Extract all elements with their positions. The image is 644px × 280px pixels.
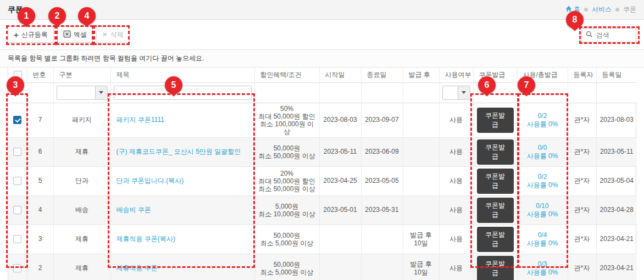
search-input[interactable]	[596, 31, 632, 39]
col-header-registered[interactable]: 등록일	[596, 68, 637, 82]
cell-after-issue: 발급 후 10일	[403, 254, 439, 280]
col-header-issue[interactable]: 쿠폰발급	[473, 68, 517, 82]
cell-issue: 쿠폰발급	[473, 166, 517, 195]
cell-registrant: 관*자	[568, 254, 596, 280]
filter-empty-cell	[319, 82, 361, 103]
col-header-benefit[interactable]: 할인혜택/조건	[254, 68, 319, 82]
delete-button[interactable]: ✕ 삭제	[96, 26, 130, 43]
cell-number: 4	[27, 195, 53, 225]
cell-status: 사용	[439, 137, 473, 166]
filter-empty-cell	[473, 82, 517, 103]
usage-ratio: 0/4	[521, 231, 564, 239]
issue-coupon-button[interactable]: 쿠폰발급	[477, 227, 514, 252]
cell-start-date	[319, 225, 361, 254]
table-row: 3 제휴 제휴적용 쿠폰(복사) 50,000원최소 5,000원 이상 발급 …	[8, 225, 637, 254]
row-checkbox-cell	[8, 225, 27, 254]
row-checkbox[interactable]	[13, 177, 21, 185]
title-filter-input[interactable]	[114, 86, 252, 100]
usage-rate: 사용률 0%	[521, 268, 564, 277]
filter-empty-cell	[27, 82, 53, 103]
excel-export-button[interactable]: 엑셀	[57, 26, 93, 43]
usage-rate: 사용률 0%	[521, 120, 564, 128]
coupon-title-link[interactable]: 패키지 쿠폰1111	[116, 116, 164, 124]
table-row: 5 단과 단과 쿠폰입니다.(복사) 20%최대 50,000원 할인최소 50…	[8, 166, 637, 195]
cell-issue: 쿠폰발급	[473, 254, 517, 280]
row-checkbox-cell	[8, 137, 27, 166]
col-header-number[interactable]: 번호	[27, 68, 53, 82]
row-checkbox[interactable]	[13, 206, 21, 214]
issue-coupon-button[interactable]: 쿠폰발급	[477, 139, 514, 165]
usage-rate: 사용률 0%	[521, 239, 564, 248]
col-header-usage[interactable]: 사용/총발급	[517, 68, 568, 82]
usage-ratio: 0/10	[521, 202, 564, 210]
issue-coupon-button[interactable]: 쿠폰발급	[477, 198, 514, 223]
table-row: 4 배송 배송비 쿠폰 5,000원최소 10,000원 이상 2023-05-…	[8, 195, 637, 225]
cell-usage: 0/0사용률 0%	[517, 137, 568, 166]
cell-status: 사용	[439, 195, 473, 225]
col-header-registrant[interactable]: 등록자	[568, 68, 596, 82]
row-checkbox[interactable]	[13, 264, 21, 272]
col-header-start-date[interactable]: 시작일	[319, 68, 361, 82]
cell-category: 패키지	[53, 103, 110, 137]
status-filter-dropdown[interactable]	[442, 86, 470, 100]
cell-number: 7	[27, 103, 53, 137]
col-header-end-date[interactable]: 종료일	[361, 68, 403, 82]
coupon-title-link[interactable]: 단과 쿠폰입니다.(복사)	[116, 177, 184, 184]
issue-coupon-button[interactable]: 쿠폰발급	[477, 256, 514, 280]
coupon-title-link[interactable]: 배송비 쿠폰	[116, 206, 151, 214]
coupon-title-link[interactable]: (구) 제휴코드쿠폰_ 오산시 5만원 일괄할인	[116, 148, 241, 155]
usage-rate: 사용률 0%	[521, 181, 564, 189]
usage-rate: 사용률 0%	[521, 210, 564, 219]
breadcrumb-home-label: 홈	[574, 5, 580, 14]
coupon-title-link[interactable]: 제휴적용 쿠폰(복사)	[116, 235, 175, 243]
row-checkbox[interactable]	[13, 148, 21, 156]
col-header-status[interactable]: 사용여부	[439, 68, 473, 82]
cell-number: 3	[27, 225, 53, 254]
chevron-down-icon	[99, 91, 103, 94]
cell-issue: 쿠폰발급	[473, 225, 517, 254]
cell-start-date: 2023-04-25	[319, 166, 361, 195]
row-checkbox[interactable]	[13, 116, 21, 124]
cell-registrant: 관*자	[568, 137, 596, 166]
cell-title: 패키지 쿠폰1111	[110, 103, 254, 137]
cell-usage: 0/4사용률 0%	[517, 225, 568, 254]
search-icon	[586, 31, 593, 40]
chevron-down-icon	[462, 91, 466, 94]
table-body: 7 패키지 패키지 쿠폰1111 50%최대 50,000원 할인최소 100,…	[8, 103, 637, 280]
issue-coupon-button[interactable]: 쿠폰발급	[477, 108, 514, 133]
plus-icon: +	[14, 31, 19, 39]
select-all-cell	[8, 68, 27, 82]
breadcrumb-service-link[interactable]: 서비스	[592, 5, 612, 14]
dropdown-arrow-button[interactable]	[95, 86, 107, 99]
row-checkbox[interactable]	[13, 235, 21, 243]
cell-usage: 0/3사용률 0%	[517, 254, 568, 280]
filter-empty-cell	[596, 82, 637, 103]
cell-registrant: 관*자	[568, 103, 596, 137]
dropdown-arrow-button[interactable]	[458, 86, 470, 99]
usage-ratio: 0/0	[521, 144, 564, 152]
cell-end-date	[361, 225, 403, 254]
table-row: 2 제휴 제휴적용 쿠폰 50,000원최소 5,000원 이상 발급 후 10…	[8, 254, 637, 280]
col-header-category[interactable]: 구분	[53, 68, 110, 82]
cell-category: 제휴	[53, 254, 110, 280]
col-header-after-issue[interactable]: 발급 후	[403, 68, 439, 82]
new-register-button[interactable]: + 신규등록	[8, 26, 54, 43]
excel-icon	[63, 30, 71, 40]
breadcrumb-home-link[interactable]: 홈	[565, 5, 580, 14]
row-checkbox-cell	[8, 103, 27, 137]
col-header-title[interactable]: 제목	[110, 68, 254, 82]
cell-title: 제휴적용 쿠폰(복사)	[110, 225, 254, 254]
coupon-grid: 번호 구분 제목 할인혜택/조건 시작일 종료일 발급 후 사용여부 쿠폰발급 …	[8, 68, 636, 280]
category-filter-dropdown[interactable]	[57, 86, 108, 100]
breadcrumb-separator-icon	[584, 8, 588, 12]
coupon-title-link[interactable]: 제휴적용 쿠폰	[116, 264, 158, 272]
close-icon: ✕	[102, 31, 108, 38]
cell-start-date: 2023-08-03	[319, 103, 361, 137]
group-by-panel[interactable]: 목록을 항목 별로 그룹화 하려면 항목 컬럼을 여기다 끌어 놓으세요.	[0, 49, 644, 68]
toolbar: + 신규등록 엑셀 ✕ 삭제	[0, 20, 644, 49]
select-all-checkbox[interactable]	[14, 71, 22, 79]
table-row: 7 패키지 패키지 쿠폰1111 50%최대 50,000원 할인최소 100,…	[8, 103, 637, 137]
search-box[interactable]	[581, 28, 636, 42]
cell-end-date: 2023-05-05	[361, 166, 403, 195]
issue-coupon-button[interactable]: 쿠폰발급	[477, 169, 514, 194]
